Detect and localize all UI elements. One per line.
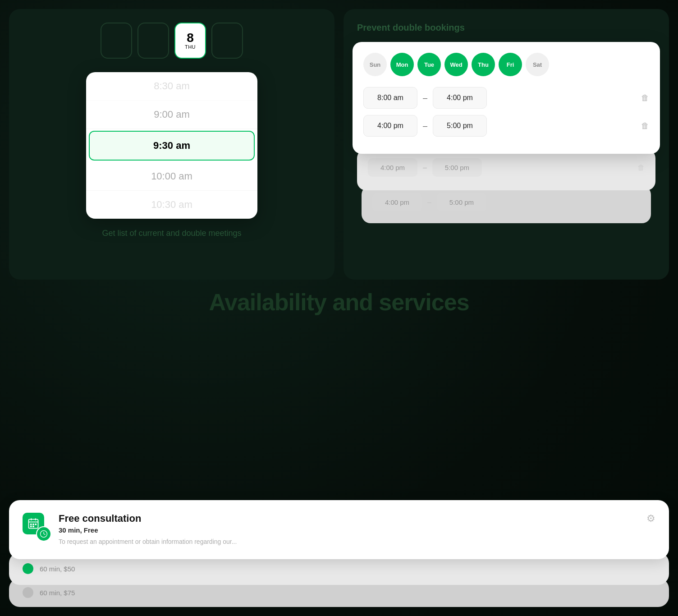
bottom-section: Free consultation 30 min, Free To reques…	[0, 491, 678, 616]
time-start-1[interactable]: 8:00 am	[363, 87, 417, 109]
faded-row-1: 4:00 pm – 5:00 pm 🗑	[368, 158, 645, 177]
schedule-card: Prevent double bookings Sun Mon Tue Wed …	[344, 9, 669, 280]
schedule-panel-behind-2: 4:00 pm – 5:00 pm	[362, 186, 651, 223]
dash-sep-2: –	[423, 121, 427, 131]
day-item-next1[interactable]	[211, 23, 243, 59]
time-picker-card: 8 THU 8:30 am 9:00 am 9:30 am 10:00 am 1…	[9, 9, 334, 280]
faded-end-2: 5:00 pm	[437, 193, 486, 211]
service-icon-area	[23, 513, 50, 540]
svg-line-11	[44, 534, 45, 535]
service-card-main: Free consultation 30 min, Free To reques…	[9, 500, 669, 559]
time-item-900[interactable]: 9:00 am	[86, 101, 257, 129]
time-start-2[interactable]: 4:00 pm	[363, 115, 417, 137]
dash-sep-1: –	[423, 93, 427, 103]
time-range-row-1: 8:00 am – 4:00 pm 🗑	[363, 87, 649, 109]
schedule-card-title: Prevent double bookings	[344, 18, 669, 42]
day-pill-sun[interactable]: Sun	[363, 53, 387, 76]
svg-rect-8	[32, 526, 34, 528]
behind-card-1-text: 60 min, $50	[40, 565, 75, 573]
day-pill-mon[interactable]: Mon	[390, 53, 414, 76]
svg-rect-4	[30, 524, 32, 525]
svg-rect-5	[32, 524, 34, 525]
schedule-panel-behind-1: 4:00 pm – 5:00 pm 🗑	[357, 149, 655, 190]
time-list-container: 8:30 am 9:00 am 9:30 am 10:00 am 10:30 a…	[86, 72, 257, 219]
time-end-1[interactable]: 4:00 pm	[433, 87, 487, 109]
time-item-1030[interactable]: 10:30 am	[86, 191, 257, 219]
middle-section: Availability and services	[0, 262, 678, 343]
middle-heading: Availability and services	[209, 289, 469, 316]
time-range-row-2: 4:00 pm – 5:00 pm 🗑	[363, 115, 649, 137]
svg-rect-7	[30, 526, 32, 528]
day-item-prev2[interactable]	[137, 23, 169, 59]
clock-icon	[36, 526, 51, 542]
schedule-panel: Sun Mon Tue Wed Thu Fri Sat	[353, 42, 660, 154]
delete-range-1-icon[interactable]: 🗑	[641, 93, 649, 103]
settings-icon[interactable]: ⚙	[646, 513, 655, 524]
day-selector: 8 THU	[101, 23, 243, 59]
svg-rect-6	[35, 524, 37, 525]
behind-check-1	[23, 563, 33, 574]
behind-card-2-text: 60 min, $75	[40, 589, 75, 597]
time-item-1000[interactable]: 10:00 am	[86, 162, 257, 191]
time-list: 8:30 am 9:00 am 9:30 am 10:00 am 10:30 a…	[86, 72, 257, 219]
days-row: Sun Mon Tue Wed Thu Fri Sat	[363, 53, 649, 76]
faded-start-1: 4:00 pm	[368, 158, 417, 177]
day-pill-sat[interactable]: Sat	[526, 53, 549, 76]
top-section: 8 THU 8:30 am 9:00 am 9:30 am 10:00 am 1…	[0, 0, 678, 280]
delete-range-2-icon[interactable]: 🗑	[641, 121, 649, 131]
time-item-830[interactable]: 8:30 am	[86, 72, 257, 101]
faded-end-1: 5:00 pm	[432, 158, 482, 177]
time-item-930[interactable]: 9:30 am	[89, 131, 255, 161]
day-pill-wed[interactable]: Wed	[444, 53, 468, 76]
day-item-8[interactable]: 8 THU	[174, 23, 206, 59]
faded-start-2: 4:00 pm	[372, 193, 422, 211]
service-description: To request an appointment or obtain info…	[59, 538, 637, 547]
service-title: Free consultation	[59, 513, 637, 524]
day-pill-tue[interactable]: Tue	[417, 53, 441, 76]
day-item-prev1[interactable]	[101, 23, 132, 59]
left-card-subtitle: Get list of current and double meetings	[102, 228, 241, 239]
day-pill-thu[interactable]: Thu	[472, 53, 495, 76]
service-info: Free consultation 30 min, Free To reques…	[59, 513, 637, 547]
faded-trash-1: 🗑	[637, 164, 645, 172]
time-end-2[interactable]: 5:00 pm	[433, 115, 487, 137]
service-meta: 30 min, Free	[59, 526, 637, 534]
behind-check-2	[23, 587, 33, 598]
day-pill-fri[interactable]: Fri	[499, 53, 522, 76]
faded-row-2: 4:00 pm – 5:00 pm	[372, 193, 640, 211]
